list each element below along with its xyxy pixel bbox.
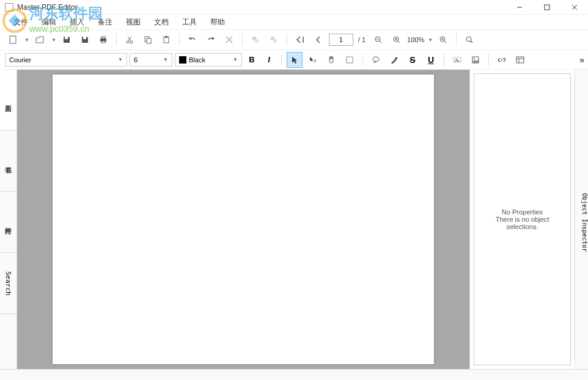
open-button[interactable] xyxy=(32,32,48,48)
underline-tool[interactable]: U xyxy=(423,52,439,68)
menu-comment[interactable]: 备注 xyxy=(92,16,119,29)
svg-point-32 xyxy=(440,37,445,42)
hand-tool[interactable] xyxy=(323,52,339,68)
copy-object-button[interactable] xyxy=(248,32,263,48)
svg-point-12 xyxy=(130,41,133,43)
svg-rect-8 xyxy=(100,38,106,42)
strikethrough-tool[interactable]: S xyxy=(405,52,421,68)
svg-point-36 xyxy=(466,37,471,42)
svg-rect-18 xyxy=(165,36,167,38)
menu-file[interactable]: 文件 xyxy=(7,16,34,29)
saveas-button[interactable] xyxy=(77,32,93,48)
svg-rect-2 xyxy=(545,5,549,10)
svg-point-46 xyxy=(474,58,475,59)
right-tab-inspector[interactable]: Object Inspector xyxy=(575,70,588,369)
svg-line-13 xyxy=(128,37,131,41)
highlight-tool[interactable] xyxy=(386,52,402,68)
svg-rect-15 xyxy=(145,37,149,42)
svg-rect-23 xyxy=(271,37,274,40)
undo-button[interactable] xyxy=(185,32,200,48)
text-select-tool[interactable]: T xyxy=(305,52,321,68)
titlebar: Master PDF Editor xyxy=(0,0,588,15)
comment-tool[interactable] xyxy=(368,52,384,68)
paste-object-button[interactable] xyxy=(266,32,282,48)
svg-rect-22 xyxy=(255,39,259,43)
sidebar-tab-attachments[interactable]: 附件 xyxy=(0,192,17,253)
left-sidebar: 页面 书签 附件 Search xyxy=(0,70,17,369)
link-tool[interactable] xyxy=(494,52,510,68)
italic-button[interactable]: I xyxy=(262,53,276,67)
new-button[interactable] xyxy=(5,32,21,48)
svg-rect-9 xyxy=(101,37,105,38)
sidebar-tab-bookmarks[interactable]: 书签 xyxy=(0,131,17,192)
svg-point-25 xyxy=(375,37,380,42)
svg-rect-6 xyxy=(65,37,68,39)
edit-text-tool[interactable]: Aa xyxy=(449,52,465,68)
zoom-in-button[interactable] xyxy=(389,32,405,48)
page-total: / 1 xyxy=(358,36,366,43)
canvas-area[interactable] xyxy=(17,70,469,369)
menu-tools[interactable]: 工具 xyxy=(176,16,203,29)
font-select[interactable]: Courier▼ xyxy=(5,53,127,67)
svg-text:A: A xyxy=(454,57,458,63)
bold-button[interactable]: B xyxy=(244,53,259,67)
svg-rect-5 xyxy=(10,36,16,43)
maximize-button[interactable] xyxy=(533,0,560,15)
more-tools-button[interactable]: » xyxy=(579,55,584,65)
marquee-tool[interactable] xyxy=(342,52,358,68)
redo-button[interactable] xyxy=(203,32,219,48)
app-icon xyxy=(5,3,13,12)
menu-edit[interactable]: 编辑 xyxy=(35,16,62,29)
svg-line-4 xyxy=(572,5,577,10)
inspector-content: No Properties There is no object selecti… xyxy=(474,73,571,365)
format-toolbar: Courier▼ 6▼ Black▼ B I T S U Aa » xyxy=(0,50,588,70)
new-dropdown-icon[interactable]: ▼ xyxy=(24,37,29,43)
copy-button[interactable] xyxy=(140,32,156,48)
fit-page-button[interactable] xyxy=(435,32,451,48)
sidebar-tab-search[interactable]: Search xyxy=(0,253,17,314)
search-button[interactable] xyxy=(461,32,477,48)
menu-view[interactable]: 视图 xyxy=(120,16,147,29)
cut-button[interactable] xyxy=(122,32,138,48)
svg-rect-42 xyxy=(454,57,461,62)
svg-rect-10 xyxy=(101,41,105,43)
svg-rect-21 xyxy=(252,37,256,40)
zoom-out-button[interactable] xyxy=(370,32,386,48)
sidebar-tab-pages[interactable]: 页面 xyxy=(0,70,17,131)
svg-line-20 xyxy=(226,37,232,43)
svg-rect-41 xyxy=(395,56,398,59)
minimize-button[interactable] xyxy=(505,0,533,15)
close-button[interactable] xyxy=(560,0,588,15)
svg-text:a: a xyxy=(457,59,460,62)
color-swatch-icon xyxy=(179,56,186,64)
svg-point-11 xyxy=(127,41,129,43)
svg-rect-16 xyxy=(147,38,151,43)
svg-line-19 xyxy=(226,37,232,43)
form-tool[interactable] xyxy=(512,52,528,68)
zoom-dropdown-icon[interactable]: ▼ xyxy=(428,37,433,43)
color-select[interactable]: Black▼ xyxy=(175,53,242,67)
zoom-value: 100% xyxy=(407,36,424,43)
menu-document[interactable]: 文档 xyxy=(148,16,175,29)
image-tool[interactable] xyxy=(468,52,483,68)
svg-point-40 xyxy=(373,57,379,62)
size-select[interactable]: 6▼ xyxy=(130,53,172,67)
svg-rect-39 xyxy=(347,57,353,63)
page-input[interactable] xyxy=(329,34,353,46)
delete-button[interactable] xyxy=(221,32,237,48)
svg-rect-17 xyxy=(164,37,169,43)
main-toolbar: ▼ ▼ / 1 100% ▼ xyxy=(0,29,588,50)
menu-insert[interactable]: 插入 xyxy=(64,16,90,29)
svg-line-33 xyxy=(444,41,446,43)
save-button[interactable] xyxy=(59,32,75,48)
paste-button[interactable] xyxy=(158,32,174,48)
open-dropdown-icon[interactable]: ▼ xyxy=(51,37,56,43)
svg-line-26 xyxy=(380,41,381,43)
svg-line-37 xyxy=(471,41,472,43)
first-page-button[interactable] xyxy=(292,32,308,48)
prev-page-button[interactable] xyxy=(311,32,326,48)
menu-help[interactable]: 帮助 xyxy=(204,16,231,29)
print-button[interactable] xyxy=(95,32,111,48)
select-tool[interactable] xyxy=(287,52,303,68)
pdf-page[interactable] xyxy=(53,75,434,364)
